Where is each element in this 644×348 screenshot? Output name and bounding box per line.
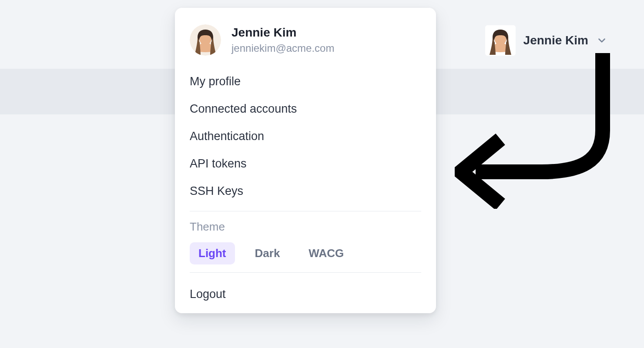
divider [190,211,421,211]
dropdown-user-name: Jennie Kim [231,26,334,40]
theme-section-label: Theme [190,220,421,234]
avatar-icon [190,24,221,56]
menu-item-authentication[interactable]: Authentication [190,123,421,150]
theme-option-wacg[interactable]: WACG [300,242,352,264]
menu-item-logout[interactable]: Logout [190,281,421,301]
header-username: Jennie Kim [523,33,588,47]
dropdown-user-email: jenniekim@acme.com [231,42,334,54]
avatar-icon [485,25,516,56]
divider [190,272,421,273]
theme-section: Theme Light Dark WACG [175,218,436,266]
theme-option-dark[interactable]: Dark [246,242,289,264]
menu-item-api-tokens[interactable]: API tokens [190,150,421,177]
user-dropdown-panel: Jennie Kim jenniekim@acme.com My profile… [175,8,436,313]
dropdown-header: Jennie Kim jenniekim@acme.com [175,24,436,64]
theme-option-light[interactable]: Light [190,242,235,264]
dropdown-user-info: Jennie Kim jenniekim@acme.com [231,26,334,54]
dropdown-menu-list: My profile Connected accounts Authentica… [175,64,436,205]
menu-item-ssh-keys[interactable]: SSH Keys [190,177,421,205]
theme-options: Light Dark WACG [190,242,421,264]
logout-section: Logout [175,279,436,301]
header-avatar [485,25,516,56]
header-user-chip[interactable]: Jennie Kim [485,25,607,56]
chevron-down-icon [596,35,607,46]
dropdown-avatar [190,24,221,56]
menu-item-connected-accounts[interactable]: Connected accounts [190,95,421,123]
menu-item-my-profile[interactable]: My profile [190,68,421,95]
